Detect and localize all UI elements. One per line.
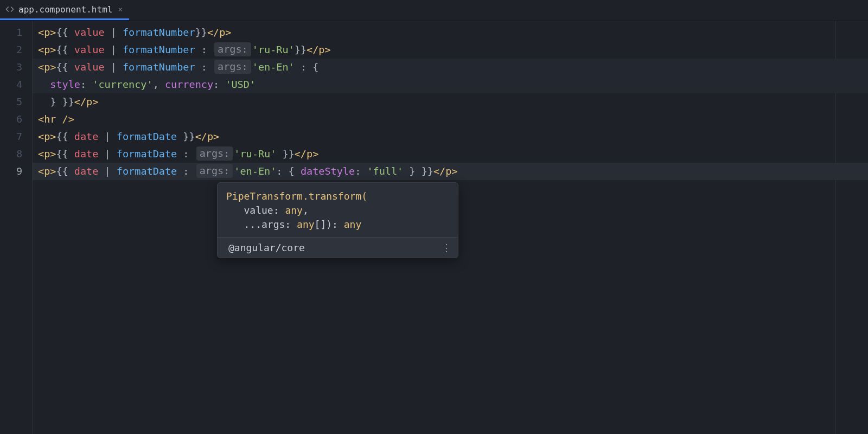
tab-app-component[interactable]: app.component.html × xyxy=(0,0,129,20)
line-number: 2 xyxy=(0,41,32,59)
space xyxy=(276,148,282,159)
brace: } xyxy=(403,165,421,177)
delimiter: }} xyxy=(183,131,195,142)
pipe-bar: | xyxy=(98,165,116,177)
tag-open: <p> xyxy=(38,165,56,177)
signature-footer: @angular/core ⋮ xyxy=(218,237,458,258)
tab-close-icon[interactable]: × xyxy=(118,5,122,14)
tag-close: </p> xyxy=(74,96,99,107)
string: 'en-En' xyxy=(252,61,295,73)
pipe-name: formatNumber xyxy=(123,44,195,55)
colon: : xyxy=(195,44,213,55)
tag-close: </p> xyxy=(195,131,220,142)
tag-open: <p> xyxy=(38,131,56,142)
sig-type: any xyxy=(344,219,362,230)
identifier: value xyxy=(74,61,105,73)
space xyxy=(177,131,183,142)
string: 'ru-Ru' xyxy=(252,44,295,55)
attr: currency xyxy=(165,79,213,90)
sig-line: value: xyxy=(226,205,285,216)
line-number-gutter: 1 2 3 4 5 6 7 8 9 xyxy=(0,21,33,434)
inlay-hint: args: xyxy=(196,146,233,161)
code-line-active[interactable]: <p>{{ date | formatDate : args:'en-En': … xyxy=(33,163,868,180)
tag-open: <p> xyxy=(38,148,56,159)
colon: : xyxy=(295,61,312,73)
colon: : xyxy=(177,148,195,159)
brace: { xyxy=(312,61,318,73)
delimiter: }} xyxy=(282,148,294,159)
identifier: date xyxy=(74,165,99,177)
inlay-hint: args: xyxy=(196,164,233,178)
string: 'ru-Ru' xyxy=(234,148,276,159)
tag-close: </p> xyxy=(307,44,331,55)
tab-label: app.component.html xyxy=(18,4,112,15)
sig-punc: , xyxy=(303,205,309,216)
code-line[interactable]: <p>{{ value | formatNumber : args:'en-En… xyxy=(33,59,868,76)
brace: } xyxy=(50,96,62,107)
line-number: 7 xyxy=(0,128,32,145)
colon: : xyxy=(213,79,225,90)
pipe-bar: | xyxy=(98,148,116,159)
colon: : xyxy=(80,79,92,90)
identifier: value xyxy=(74,44,105,55)
pipe-name: formatDate xyxy=(117,165,177,177)
pipe-bar: | xyxy=(105,61,123,73)
tag-close: </p> xyxy=(295,148,319,159)
code-line[interactable]: <p>{{ value | formatNumber}}</p> xyxy=(33,24,868,41)
comma: , xyxy=(153,79,165,90)
code-line[interactable]: <hr /> xyxy=(33,111,868,128)
tab-bar: app.component.html × xyxy=(0,0,868,21)
pipe-bar: | xyxy=(105,44,123,55)
sig-line: ...args: xyxy=(226,219,297,230)
delimiter: {{ xyxy=(56,44,74,55)
pipe-name: formatNumber xyxy=(123,27,195,38)
line-number: 3 xyxy=(0,59,32,76)
code-area[interactable]: <p>{{ value | formatNumber}}</p> <p>{{ v… xyxy=(33,21,868,434)
string: 'USD' xyxy=(225,79,256,90)
delimiter: {{ xyxy=(56,27,74,38)
delimiter: {{ xyxy=(56,61,74,73)
line-number: 8 xyxy=(0,145,32,163)
sig-punc: []): xyxy=(315,219,344,230)
tag-open: <p> xyxy=(38,27,56,38)
identifier: date xyxy=(74,148,99,159)
colon: : xyxy=(276,165,288,177)
string: 'full' xyxy=(367,165,403,177)
inlay-hint: args: xyxy=(214,60,251,74)
more-options-icon[interactable]: ⋮ xyxy=(442,242,451,253)
code-editor[interactable]: 1 2 3 4 5 6 7 8 9 <p>{{ value | formatNu… xyxy=(0,21,868,434)
colon: : xyxy=(355,165,367,177)
attr: dateStyle xyxy=(301,165,355,177)
code-line[interactable]: <p>{{ value | formatNumber : args:'ru-Ru… xyxy=(33,41,868,59)
pipe-bar: | xyxy=(98,131,116,142)
line-number: 6 xyxy=(0,111,32,128)
colon: : xyxy=(195,61,213,73)
tag-close: </p> xyxy=(433,165,458,177)
tag-open: <p> xyxy=(38,61,56,73)
delimiter: }} xyxy=(195,27,207,38)
indent xyxy=(38,79,50,90)
pipe-bar: | xyxy=(105,27,123,38)
code-line[interactable]: } }}</p> xyxy=(33,93,868,111)
signature-text: PipeTransform.transform( value: any, ...… xyxy=(218,183,458,237)
delimiter: {{ xyxy=(56,148,74,159)
string: 'en-En' xyxy=(234,165,276,177)
delimiter: {{ xyxy=(56,131,74,142)
pipe-name: formatDate xyxy=(117,148,177,159)
line-number: 1 xyxy=(0,24,32,41)
delimiter: }} xyxy=(295,44,307,55)
tag-open: <p> xyxy=(38,44,56,55)
code-line[interactable]: style: 'currency', currency: 'USD' xyxy=(33,76,868,93)
indent xyxy=(38,96,50,107)
brace: { xyxy=(289,165,301,177)
line-number: 4 xyxy=(0,76,32,93)
delimiter: {{ xyxy=(56,165,74,177)
code-file-icon xyxy=(5,5,14,14)
sig-type: any xyxy=(297,219,315,230)
code-line[interactable]: <p>{{ date | formatDate }}</p> xyxy=(33,128,868,145)
tag-close: </p> xyxy=(207,27,232,38)
code-line[interactable]: <p>{{ date | formatDate : args:'ru-Ru' }… xyxy=(33,145,868,163)
colon: : xyxy=(177,165,195,177)
line-number: 5 xyxy=(0,93,32,111)
identifier: value xyxy=(74,27,105,38)
